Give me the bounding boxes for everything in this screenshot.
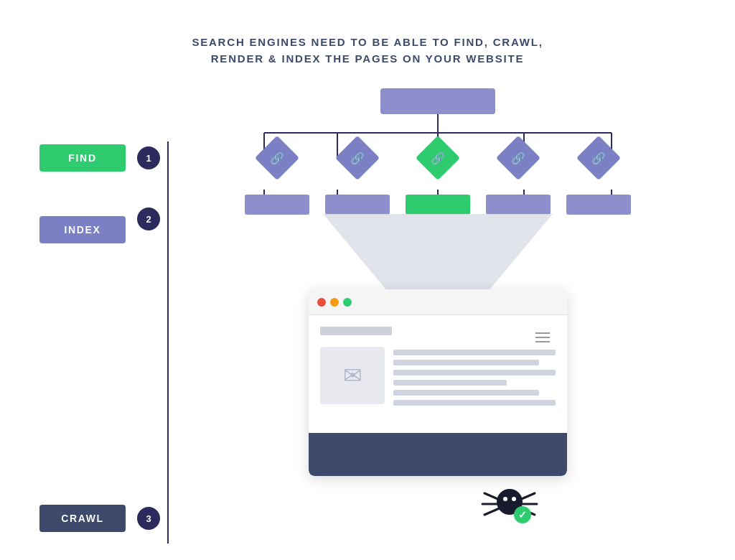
- browser-image-placeholder: ✉: [320, 347, 385, 404]
- vertical-connector: [167, 141, 169, 543]
- browser-body: ✉: [309, 315, 567, 433]
- step-1-circle: 1: [137, 146, 160, 169]
- envelope-icon: ✉: [343, 362, 362, 389]
- diamond-5: 🔗: [576, 136, 621, 180]
- browser-dot-yellow: [330, 298, 339, 307]
- browser-line-1: [393, 350, 556, 355]
- spider-svg: ✓: [481, 480, 538, 531]
- diamonds-row: 🔗 🔗 🔗 🔗: [237, 142, 639, 174]
- browser-line-4: [393, 380, 507, 386]
- funnel-svg: [323, 214, 553, 300]
- title-line2: RENDER & INDEX THE PAGES ON YOUR WEBSITE: [192, 51, 543, 67]
- diamond-4-container: 🔗: [502, 142, 534, 174]
- browser-line-2: [393, 360, 539, 365]
- browser-lines: [393, 347, 556, 406]
- step-2-circle: 2: [137, 207, 160, 230]
- svg-text:✓: ✓: [518, 509, 527, 521]
- svg-rect-0: [380, 88, 495, 114]
- browser-footer: [309, 433, 567, 476]
- title-line1: SEARCH ENGINES NEED TO BE ABLE TO FIND, …: [192, 34, 543, 51]
- link-icon-3: 🔗: [431, 151, 445, 165]
- browser-address-bar: [320, 327, 392, 335]
- browser-titlebar: [309, 289, 567, 315]
- hamburger-icon: [535, 332, 550, 342]
- index-row: INDEX 2: [39, 195, 160, 243]
- funnel-container: [323, 214, 553, 300]
- step-3-circle: 3: [137, 507, 160, 530]
- diamond-5-container: 🔗: [583, 142, 614, 174]
- page-rect-5: [566, 195, 631, 215]
- title-block: SEARCH ENGINES NEED TO BE ABLE TO FIND, …: [192, 34, 543, 67]
- page-rect-4: [486, 195, 551, 215]
- diamond-3-container: 🔗: [422, 142, 454, 174]
- diamond-2: 🔗: [335, 136, 380, 180]
- main-area: FIND 1 INDEX 2 CRAWL 3: [0, 81, 735, 560]
- page-rect-1: [245, 195, 309, 215]
- browser-dot-red: [317, 298, 326, 307]
- diamond-4: 🔗: [496, 136, 540, 180]
- diamond-1-container: 🔗: [261, 142, 293, 174]
- link-icon-4: 🔗: [511, 151, 525, 165]
- find-label: FIND: [39, 144, 126, 172]
- find-row: FIND 1: [39, 144, 160, 172]
- browser-window: ✉: [309, 289, 567, 476]
- svg-marker-13: [323, 214, 553, 300]
- spider-container: ✓: [481, 480, 538, 533]
- link-icon-1: 🔗: [270, 151, 284, 165]
- link-icon-5: 🔗: [591, 151, 606, 165]
- browser-line-6: [393, 400, 556, 406]
- browser-content-row: ✉: [320, 347, 556, 406]
- browser-line-3: [393, 370, 556, 375]
- crawl-row: CRAWL 3: [39, 505, 160, 532]
- diamond-3-green: 🔗: [416, 136, 460, 180]
- page-rect-2: [325, 195, 390, 215]
- pages-row: [237, 195, 639, 215]
- browser-dot-green: [343, 298, 352, 307]
- page-container: SEARCH ENGINES NEED TO BE ABLE TO FIND, …: [0, 0, 735, 560]
- diagram-area: 🔗 🔗 🔗 🔗: [194, 81, 682, 526]
- link-icon-2: 🔗: [350, 151, 365, 165]
- diamond-1: 🔗: [255, 136, 299, 180]
- page-rect-3-green: [406, 195, 470, 215]
- browser-line-5: [393, 390, 539, 396]
- index-label: INDEX: [39, 216, 126, 243]
- svg-line-16: [484, 508, 501, 515]
- crawl-label: CRAWL: [39, 505, 126, 532]
- svg-point-21: [503, 497, 507, 501]
- diamond-2-container: 🔗: [342, 142, 373, 174]
- svg-point-22: [512, 497, 516, 501]
